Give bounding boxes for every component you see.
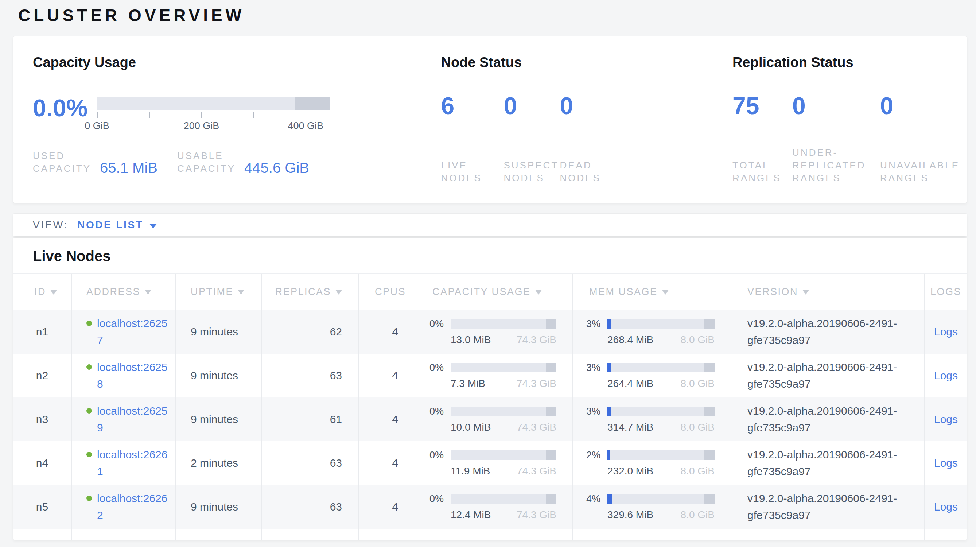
node-address-cell: localhost:26261 (72, 441, 176, 485)
node-mem-usage-cell: 4% 329.6 MiB 8.0 GiB (573, 485, 731, 529)
logs-link[interactable]: Logs (934, 501, 958, 513)
node-cpus: 4 (359, 441, 416, 485)
sort-arrow-icon (238, 290, 244, 295)
table-row: n2 localhost:26258 9 minutes 63 4 0% 7.3… (13, 354, 967, 398)
column-header-capacity-usage[interactable]: CAPACITY USAGE (416, 274, 573, 310)
mem-mini-bar (608, 407, 714, 416)
axis-label-0gib: 0 GiB (84, 120, 110, 132)
capacity-mini-bar (450, 363, 556, 372)
capacity-percent: 0% (430, 450, 450, 461)
view-bar: VIEW: NODE LIST (13, 214, 967, 236)
node-uptime: 9 minutes (176, 485, 262, 529)
unavailable-ranges-count: 0 (880, 93, 959, 118)
capacity-used-value: 13.0 MiB (450, 334, 491, 346)
capacity-total-value: 74.3 GiB (517, 509, 556, 521)
live-status-dot-icon (86, 452, 92, 457)
node-replicas: 63 (262, 441, 359, 485)
node-address-cell: localhost:26258 (72, 354, 176, 398)
node-address-link[interactable]: localhost:26259 (97, 402, 170, 436)
mem-mini-bar (608, 319, 714, 329)
table-header-row: ID ADDRESS UPTIME REPLICAS CPUS CAPACITY… (13, 273, 967, 310)
node-version: v19.2.0-alpha.20190606-2491-gfe735c9a97 (731, 354, 925, 398)
capacity-used-percent: 0.0% (33, 95, 92, 120)
table-row: n4 localhost:26261 2 minutes 63 4 0% 11.… (13, 441, 967, 485)
usable-capacity-stat: USABLE CAPACITY 445.6 GiB (177, 149, 309, 175)
capacity-mini-bar (450, 319, 556, 329)
view-selector-dropdown[interactable]: NODE LIST (77, 219, 157, 231)
suspect-nodes-count: 0 (503, 93, 552, 118)
node-uptime: 2 minutes (176, 441, 262, 485)
mem-used-value: 264.4 MiB (608, 378, 653, 390)
mem-total-value: 8.0 GiB (681, 378, 714, 390)
node-address-link[interactable]: localhost:26261 (97, 446, 170, 480)
node-logs-cell: Logs (925, 398, 967, 441)
replication-status-section: Replication Status 75 TOTAL RANGES 0 UND… (711, 54, 967, 203)
sort-arrow-icon (662, 290, 669, 295)
capacity-total-value: 74.3 GiB (517, 465, 556, 477)
replication-status-heading: Replication Status (732, 54, 967, 71)
capacity-percent: 0% (430, 362, 450, 374)
column-header-version[interactable]: VERSION (731, 274, 925, 310)
node-uptime: 9 minutes (176, 354, 262, 398)
axis-label-400gib: 400 GiB (288, 120, 324, 132)
scrollbar-track[interactable] (975, 0, 980, 547)
live-nodes-count: 6 (441, 93, 496, 118)
node-logs-cell: Logs (925, 310, 967, 354)
total-ranges-stat: 75 TOTAL RANGES (732, 93, 792, 184)
capacity-percent: 0% (430, 318, 450, 330)
under-replicated-ranges-stat: 0 UNDER- REPLICATED RANGES (792, 93, 880, 184)
node-address-link[interactable]: localhost:26258 (97, 359, 170, 393)
logs-link[interactable]: Logs (934, 413, 958, 426)
node-id: n3 (13, 398, 72, 441)
capacity-used-value: 12.4 MiB (450, 509, 491, 521)
node-version: v19.2.0-alpha.20190606-2491-gfe735c9a97 (731, 398, 925, 441)
mem-percent: 3% (586, 406, 608, 417)
mem-used-value: 268.4 MiB (608, 334, 653, 346)
node-version: v19.2.0-alpha.20190606-2491-gfe735c9a97 (731, 485, 925, 529)
logs-link[interactable]: Logs (934, 369, 958, 382)
column-header-id[interactable]: ID (13, 274, 72, 310)
cluster-overview-page: CLUSTER OVERVIEW Capacity Usage 0.0% (0, 0, 980, 547)
capacity-percent: 0% (430, 406, 450, 417)
mem-used-value: 329.6 MiB (608, 509, 653, 521)
capacity-total-value: 74.3 GiB (517, 421, 556, 433)
live-status-dot-icon (86, 496, 92, 501)
capacity-usage-heading: Capacity Usage (33, 54, 419, 71)
node-capacity-usage-cell: 0% 7.3 MiB 74.3 GiB (416, 354, 573, 398)
node-address-link[interactable]: localhost:26262 (97, 490, 170, 524)
sort-arrow-icon (336, 290, 342, 295)
capacity-bar-endcap (294, 97, 329, 110)
column-header-address[interactable]: ADDRESS (72, 274, 176, 310)
column-header-mem-usage[interactable]: MEM USAGE (573, 274, 731, 310)
capacity-mini-bar (450, 494, 556, 504)
node-uptime: 9 minutes (176, 310, 262, 354)
node-replicas: 62 (262, 310, 359, 354)
node-address-link[interactable]: localhost:26257 (97, 315, 170, 348)
logs-link[interactable]: Logs (934, 326, 958, 338)
column-header-logs: LOGS (925, 274, 967, 310)
column-header-uptime[interactable]: UPTIME (176, 274, 262, 310)
node-mem-usage-cell: 3% 264.4 MiB 8.0 GiB (573, 354, 731, 398)
logs-link[interactable]: Logs (934, 457, 958, 469)
mem-total-value: 8.0 GiB (681, 465, 714, 477)
view-selected-option: NODE LIST (77, 219, 143, 231)
node-logs-cell: Logs (925, 485, 967, 529)
node-replicas: 63 (262, 485, 359, 529)
live-status-dot-icon (86, 408, 92, 413)
chevron-down-icon (149, 224, 157, 228)
column-header-replicas[interactable]: REPLICAS (262, 274, 359, 310)
summary-card: Capacity Usage 0.0% (13, 37, 967, 203)
node-replicas: 63 (262, 354, 359, 398)
mem-mini-bar (608, 494, 714, 504)
unavailable-ranges-stat: 0 UNAVAILABLE RANGES (880, 93, 967, 184)
mem-used-value: 232.0 MiB (608, 465, 653, 477)
mem-mini-bar (608, 450, 714, 460)
capacity-percent: 0% (430, 493, 450, 505)
capacity-mini-bar (450, 450, 556, 460)
node-id: n4 (13, 441, 72, 485)
node-capacity-usage-cell: 0% 12.4 MiB 74.3 GiB (416, 485, 573, 529)
node-status-section: Node Status 6 LIVE NODES 0 SUSPECT (419, 54, 711, 203)
node-version: v19.2.0-alpha.20190606-2491-gfe735c9a97 (731, 441, 925, 485)
node-address-cell: localhost:26257 (72, 310, 176, 354)
live-status-dot-icon (86, 321, 92, 326)
